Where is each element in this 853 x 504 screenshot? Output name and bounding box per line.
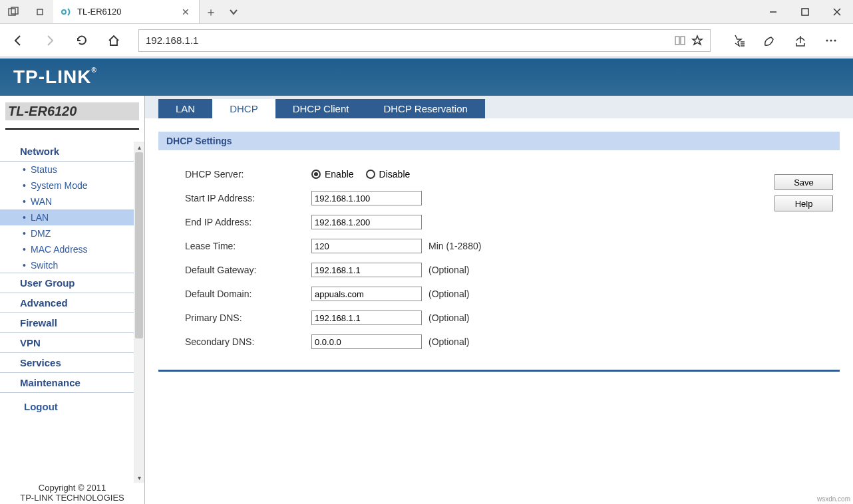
row-domain: Default Domain: (Optional) [185, 282, 840, 306]
copyright-line1: Copyright © 2011 [0, 483, 144, 493]
sidebar-section-network[interactable]: Network [0, 142, 144, 162]
svg-point-3 [62, 10, 66, 14]
label-sdns: Secondary DNS: [185, 336, 311, 347]
sidebar-item-dmz[interactable]: DMZ [0, 225, 144, 241]
dhcp-server-radios: Enable Disable [311, 169, 410, 180]
sidebar-item-mac-address[interactable]: MAC Address [0, 241, 144, 257]
input-gateway[interactable] [311, 263, 422, 277]
favicon-icon [61, 7, 72, 17]
reading-view-icon[interactable] [674, 35, 686, 47]
sidebar-item-switch[interactable]: Switch [0, 257, 144, 273]
divider [5, 128, 139, 130]
scroll-down-icon[interactable]: ▾ [134, 472, 144, 483]
sidebar-nav: Network Status System Mode WAN LAN DMZ M… [0, 142, 144, 483]
radio-enable-icon [311, 170, 321, 179]
refresh-button[interactable] [69, 28, 94, 53]
sidebar-scrollbar[interactable]: ▴ ▾ [134, 142, 144, 483]
label-end-ip: End IP Address: [185, 217, 311, 227]
sidebar-item-status[interactable]: Status [0, 162, 144, 178]
sidebar-section-maintenance[interactable]: Maintenance [0, 372, 144, 393]
label-gateway: Default Gateway: [185, 265, 311, 275]
favorites-list-icon[interactable] [728, 34, 751, 47]
radio-enable[interactable]: Enable [311, 169, 354, 180]
browser-tabbar: TL-ER6120 ✕ ＋ [0, 0, 853, 24]
minimize-button[interactable] [757, 0, 789, 23]
home-button[interactable] [101, 28, 126, 53]
label-domain: Default Domain: [185, 289, 311, 299]
input-sdns[interactable] [311, 334, 422, 349]
back-button[interactable] [5, 28, 31, 53]
row-gateway: Default Gateway: (Optional) [185, 258, 840, 282]
main: LAN DHCP DHCP Client DHCP Reservation DH… [145, 96, 853, 504]
share-icon[interactable] [789, 34, 812, 47]
input-start-ip[interactable] [311, 191, 422, 205]
svg-point-13 [834, 39, 836, 41]
scroll-thumb[interactable] [135, 152, 143, 338]
label-pdns: Primary DNS: [185, 313, 311, 323]
row-sdns: Secondary DNS: (Optional) [185, 330, 840, 354]
sidebar-item-system-mode[interactable]: System Mode [0, 178, 144, 193]
label-lease: Lease Time: [185, 241, 311, 251]
svg-point-11 [826, 39, 828, 41]
more-icon[interactable] [820, 34, 842, 47]
row-dhcp-server: DHCP Server: Enable Disable [185, 162, 840, 186]
scroll-up-icon[interactable]: ▴ [134, 142, 144, 152]
tab-dhcp[interactable]: DHCP [212, 99, 275, 118]
row-lease: Lease Time: Min (1-2880) [185, 234, 840, 258]
label-dhcp-server: DHCP Server: [185, 169, 311, 180]
pdns-optional: (Optional) [428, 313, 469, 323]
browser-tab-title: TL-ER6120 [77, 7, 174, 17]
help-button[interactable]: Help [774, 195, 833, 211]
notes-icon[interactable] [759, 34, 781, 47]
sidebar-section-advanced[interactable]: Advanced [0, 293, 144, 313]
sidebar-item-lan[interactable]: LAN [0, 209, 144, 225]
label-start-ip: Start IP Address: [185, 193, 311, 203]
forward-button[interactable] [37, 28, 63, 53]
row-end-ip: End IP Address: [185, 210, 840, 234]
save-button[interactable]: Save [774, 174, 833, 190]
sidebar-section-user-group[interactable]: User Group [0, 273, 144, 293]
row-start-ip: Start IP Address: [185, 186, 840, 210]
sidebar-item-wan[interactable]: WAN [0, 193, 144, 209]
tab-dhcp-client[interactable]: DHCP Client [275, 99, 367, 118]
row-pdns: Primary DNS: (Optional) [185, 306, 840, 330]
section-title: DHCP Settings [158, 132, 840, 150]
model-label: TL-ER6120 [5, 102, 139, 120]
sidebar-section-services[interactable]: Services [0, 352, 144, 373]
close-icon[interactable]: ✕ [179, 7, 192, 17]
tabs-icon[interactable] [0, 0, 27, 23]
input-domain[interactable] [311, 287, 422, 301]
new-tab-button[interactable]: ＋ [200, 0, 222, 23]
sidebar-footer: Copyright © 2011 TP-LINK TECHNOLOGIES [0, 483, 144, 504]
address-input[interactable] [146, 35, 674, 46]
input-pdns[interactable] [311, 311, 422, 325]
svg-point-12 [830, 39, 832, 41]
browser-tab[interactable]: TL-ER6120 ✕ [53, 0, 200, 23]
lease-suffix: Min (1-2880) [428, 241, 481, 251]
sidebar-section-firewall[interactable]: Firewall [0, 313, 144, 333]
logo: TP-LINK® [13, 66, 97, 88]
window-controls [757, 0, 853, 23]
tab-dhcp-reservation[interactable]: DHCP Reservation [366, 99, 484, 118]
favorite-icon[interactable] [691, 35, 703, 47]
sidebar-section-vpn[interactable]: VPN [0, 332, 144, 353]
sidebar-logout[interactable]: Logout [0, 393, 144, 420]
browser-toolbar [0, 24, 853, 57]
radio-disable[interactable]: Disable [366, 169, 411, 180]
close-window-button[interactable] [821, 0, 853, 23]
dhcp-settings-form: DHCP Server: Enable Disable [158, 150, 840, 372]
tab-menu-icon[interactable] [222, 0, 245, 23]
radio-disable-icon [366, 170, 375, 179]
radio-disable-label: Disable [379, 169, 411, 180]
svg-rect-5 [802, 9, 808, 15]
content-area: TL-ER6120 Network Status System Mode WAN… [0, 96, 853, 504]
input-end-ip[interactable] [311, 215, 422, 229]
domain-optional: (Optional) [428, 289, 469, 299]
watermark: wsxdn.com [817, 495, 850, 503]
gateway-optional: (Optional) [428, 265, 469, 275]
input-lease[interactable] [311, 239, 422, 253]
maximize-button[interactable] [789, 0, 821, 23]
address-bar[interactable] [138, 29, 711, 52]
pin-icon[interactable] [27, 0, 53, 23]
tab-lan[interactable]: LAN [158, 99, 212, 118]
